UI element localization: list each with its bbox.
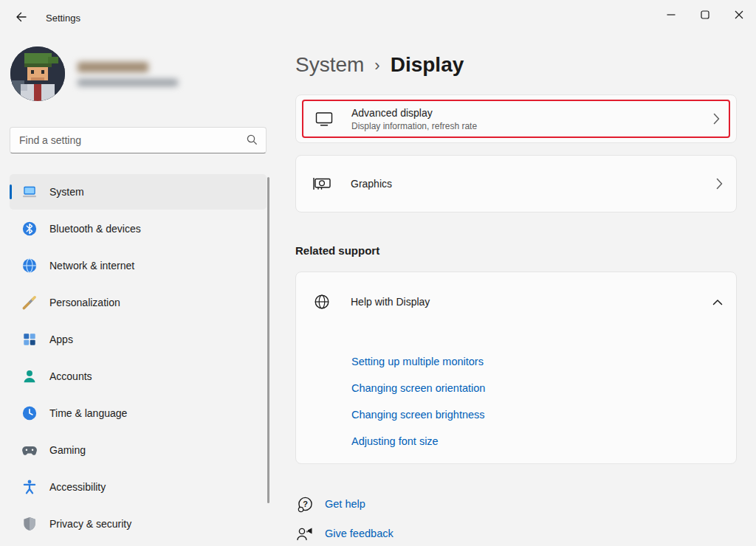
sidebar-item-label: Bluetooth & devices	[49, 223, 141, 235]
close-button[interactable]	[722, 0, 756, 31]
sidebar-item-apps[interactable]: Apps	[10, 322, 267, 357]
shield-icon	[21, 516, 38, 532]
sidebar-item-label: Privacy & security	[49, 518, 131, 530]
chevron-right-icon	[716, 178, 723, 190]
back-arrow-icon	[15, 11, 27, 25]
bluetooth-icon	[21, 221, 38, 237]
game-controller-icon	[21, 442, 38, 458]
sidebar-item-label: Accessibility	[49, 481, 106, 493]
help-link-screen-orientation[interactable]: Changing screen orientation	[351, 375, 736, 401]
sidebar-item-label: Personalization	[49, 297, 120, 308]
minimize-icon	[667, 10, 676, 21]
feedback-icon	[295, 525, 315, 542]
help-link-font-size[interactable]: Adjusting font size	[351, 428, 736, 455]
sidebar-item-label: Accounts	[49, 370, 92, 382]
card-title: Advanced display	[351, 107, 477, 119]
sidebar-item-label: Gaming	[49, 444, 86, 456]
help-globe-icon	[312, 293, 331, 311]
advanced-display-card[interactable]: Advanced display Display information, re…	[295, 94, 737, 143]
card-texts: Graphics	[351, 177, 392, 190]
chevron-right-icon	[713, 113, 720, 125]
selected-accent-bar	[10, 184, 12, 199]
highlight-outline: Advanced display Display information, re…	[302, 100, 730, 138]
graphics-card[interactable]: Graphics	[295, 155, 737, 212]
sidebar-item-personalization[interactable]: Personalization	[10, 285, 267, 320]
breadcrumb-separator-icon: ›	[374, 49, 379, 81]
person-icon	[21, 368, 38, 384]
sidebar-item-label: Network & internet	[49, 260, 134, 272]
related-support-heading: Related support	[295, 243, 737, 258]
close-icon	[735, 10, 743, 21]
sidebar-scrollbar[interactable]	[267, 177, 269, 503]
search-box	[10, 127, 267, 153]
sidebar-item-system[interactable]: System	[10, 174, 267, 210]
search-input[interactable]	[10, 127, 267, 153]
avatar	[10, 46, 65, 101]
main-content: System › Display Advanced display Displa…	[295, 35, 737, 546]
sidebar-item-accounts[interactable]: Accounts	[10, 359, 267, 394]
get-help-row: ? Get help	[295, 489, 737, 519]
sidebar-item-bluetooth-devices[interactable]: Bluetooth & devices	[10, 211, 267, 246]
sidebar-nav: System Bluetooth & devices Network & int…	[10, 174, 267, 543]
system-icon	[21, 184, 38, 200]
minimize-button[interactable]	[654, 0, 688, 31]
apps-grid-icon	[21, 331, 38, 348]
window-title: Settings	[46, 13, 80, 24]
breadcrumb: System › Display	[295, 49, 737, 81]
paintbrush-icon	[21, 294, 38, 311]
window-controls	[654, 0, 756, 31]
sidebar-item-label: Time & language	[49, 407, 127, 419]
maximize-button[interactable]	[688, 0, 722, 31]
help-card-title: Help with Display	[351, 296, 430, 308]
card-texts: Advanced display Display information, re…	[351, 107, 477, 131]
card-title: Graphics	[351, 178, 392, 190]
breadcrumb-parent[interactable]: System	[295, 49, 364, 80]
give-feedback-link[interactable]: Give feedback	[325, 528, 394, 539]
user-text	[78, 62, 178, 86]
chevron-up-icon	[712, 299, 723, 305]
help-link-multiple-monitors[interactable]: Setting up multiple monitors	[351, 348, 736, 375]
get-help-icon: ?	[295, 496, 315, 513]
help-card-header[interactable]: Help with Display	[296, 272, 736, 331]
sidebar-item-label: Apps	[49, 334, 73, 345]
gpu-icon	[312, 176, 331, 192]
card-texts: Help with Display	[351, 295, 430, 308]
help-links: Setting up multiple monitors Changing sc…	[351, 348, 736, 455]
globe-icon	[21, 258, 38, 274]
sidebar-item-privacy-security[interactable]: Privacy & security	[10, 506, 267, 542]
user-name-blurred	[78, 62, 148, 72]
accessibility-person-icon	[21, 479, 38, 495]
footer-links: ? Get help Give feedback	[295, 489, 737, 546]
sidebar-item-time-language[interactable]: Time & language	[10, 395, 267, 431]
sidebar-item-label: System	[49, 186, 84, 198]
sidebar-item-accessibility[interactable]: Accessibility	[10, 469, 267, 505]
sidebar-item-network-internet[interactable]: Network & internet	[10, 248, 267, 283]
sidebar-item-gaming[interactable]: Gaming	[10, 432, 267, 468]
sidebar: System Bluetooth & devices Network & int…	[0, 35, 281, 546]
clock-icon	[21, 405, 38, 421]
get-help-link[interactable]: Get help	[325, 498, 365, 510]
help-card: Help with Display Setting up multiple mo…	[295, 272, 737, 464]
maximize-icon	[701, 10, 709, 21]
user-email-blurred	[78, 79, 178, 86]
card-subtitle: Display information, refresh rate	[351, 121, 477, 131]
svg-text:?: ?	[303, 500, 308, 508]
back-button[interactable]	[6, 4, 35, 31]
user-profile[interactable]	[10, 46, 178, 101]
titlebar: Settings	[0, 0, 756, 35]
search-icon	[246, 134, 258, 149]
monitor-icon	[315, 111, 334, 127]
help-link-screen-brightness[interactable]: Changing screen brightness	[351, 401, 736, 428]
give-feedback-row: Give feedback	[295, 519, 737, 546]
settings-window: Settings	[0, 0, 756, 546]
page-title: Display	[391, 49, 464, 80]
